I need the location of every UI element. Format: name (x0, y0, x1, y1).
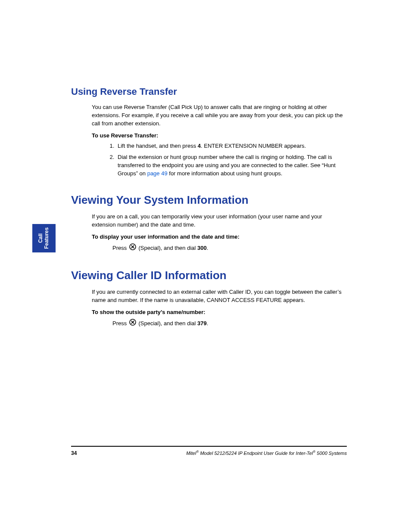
heading-system-info: Viewing Your System Information (71, 193, 347, 207)
step1-text-a: Lift the handset, and then press (118, 143, 198, 149)
heading-caller-id: Viewing Caller ID Information (71, 269, 347, 282)
page-content: Using Reverse Transfer You can use Rever… (71, 86, 347, 332)
instr2-d: . (207, 245, 209, 251)
footer-rule (71, 446, 347, 447)
instr2-a: Press (112, 245, 128, 251)
special-button-icon (129, 243, 136, 253)
footer-text: Mitel® Model 5212/5224 IP Endpoint User … (186, 450, 347, 456)
special-button-icon (129, 319, 136, 328)
page-footer: 34 Mitel® Model 5212/5224 IP Endpoint Us… (71, 450, 347, 456)
para-caller-id-intro: If you are currently connected to an ext… (92, 288, 347, 305)
step-2: Dial the extension or hunt group number … (116, 153, 347, 178)
footer-c: 5000 Systems (315, 451, 347, 456)
section-tab: Call Features (32, 224, 56, 252)
instr2-b: (Special), and then dial (137, 245, 197, 251)
instr2-code: 300 (197, 245, 207, 251)
instr-caller-id: Press (Special), and then dial 379. (112, 319, 347, 329)
page-number: 34 (71, 450, 77, 456)
tab-line2: Features (44, 227, 50, 249)
step-1: Lift the handset, and then press 4. ENTE… (116, 142, 347, 150)
step2-text-b: for more information about using hunt gr… (168, 170, 283, 177)
document-page: Call Features Using Reverse Transfer You… (0, 0, 411, 532)
subhead-caller-id: To show the outside party’s name/number: (92, 309, 347, 315)
steps-reverse-transfer: Lift the handset, and then press 4. ENTE… (108, 142, 347, 178)
instr-system-info: Press (Special), and then dial 300. (112, 243, 347, 254)
step1-key: 4 (198, 143, 201, 149)
subhead-system-info: To display your user information and the… (92, 233, 347, 240)
instr3-b: (Special), and then dial (137, 320, 197, 327)
tab-line1: Call (37, 233, 44, 243)
instr3-code: 379 (197, 320, 207, 327)
footer-b: Model 5212/5224 IP Endpoint User Guide f… (199, 451, 313, 456)
instr3-a: Press (112, 320, 128, 327)
subhead-reverse-transfer: To use Reverse Transfer: (92, 132, 347, 139)
step1-text-c: . ENTER EXTENSION NUMBER appears. (201, 143, 306, 149)
link-page-49[interactable]: page 49 (147, 170, 168, 177)
footer-a: Mitel (186, 451, 196, 456)
instr3-d: . (207, 320, 209, 327)
section-tab-text: Call Features (38, 227, 50, 249)
para-system-info-intro: If you are on a call, you can temporaril… (92, 213, 347, 229)
para-reverse-transfer-intro: You can use Reverse Transfer (Call Pick … (92, 103, 347, 128)
heading-reverse-transfer: Using Reverse Transfer (71, 86, 347, 97)
